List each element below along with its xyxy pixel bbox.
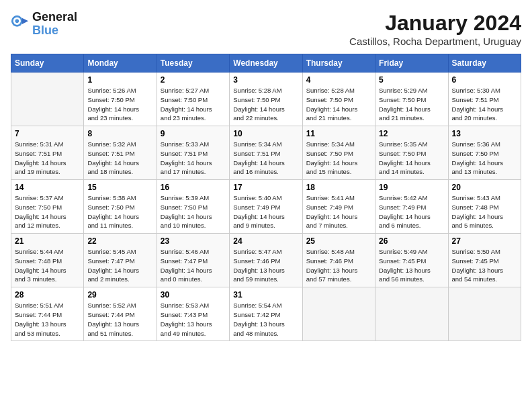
day-info: Sunrise: 5:53 AM Sunset: 7:43 PM Dayligh…	[161, 301, 226, 338]
day-cell: 28Sunrise: 5:51 AM Sunset: 7:44 PM Dayli…	[11, 287, 84, 341]
day-info: Sunrise: 5:49 AM Sunset: 7:45 PM Dayligh…	[379, 247, 444, 284]
page-header: General Blue January 2024 Castillos, Roc…	[11, 11, 521, 47]
logo: General Blue	[11, 11, 77, 38]
header-row: SundayMondayTuesdayWednesdayThursdayFrid…	[11, 54, 521, 73]
day-cell: 14Sunrise: 5:37 AM Sunset: 7:50 PM Dayli…	[11, 180, 84, 234]
day-info: Sunrise: 5:30 AM Sunset: 7:51 PM Dayligh…	[452, 86, 517, 123]
col-header-sunday: Sunday	[11, 54, 84, 73]
day-cell: 10Sunrise: 5:34 AM Sunset: 7:51 PM Dayli…	[230, 126, 302, 180]
day-cell: 15Sunrise: 5:38 AM Sunset: 7:50 PM Dayli…	[84, 180, 157, 234]
day-info: Sunrise: 5:48 AM Sunset: 7:46 PM Dayligh…	[306, 247, 371, 284]
day-cell: 7Sunrise: 5:31 AM Sunset: 7:51 PM Daylig…	[11, 126, 84, 180]
day-number: 30	[161, 290, 226, 300]
day-number: 25	[306, 236, 371, 246]
day-number: 31	[233, 290, 298, 300]
day-cell: 16Sunrise: 5:39 AM Sunset: 7:50 PM Dayli…	[157, 180, 229, 234]
day-number: 9	[161, 129, 226, 138]
day-number: 22	[87, 236, 152, 246]
col-header-monday: Monday	[84, 54, 157, 73]
day-cell	[11, 73, 84, 126]
day-info: Sunrise: 5:44 AM Sunset: 7:48 PM Dayligh…	[15, 247, 80, 284]
day-info: Sunrise: 5:46 AM Sunset: 7:47 PM Dayligh…	[161, 247, 226, 284]
day-cell: 8Sunrise: 5:32 AM Sunset: 7:51 PM Daylig…	[84, 126, 157, 180]
day-info: Sunrise: 5:27 AM Sunset: 7:50 PM Dayligh…	[161, 86, 226, 123]
day-info: Sunrise: 5:32 AM Sunset: 7:51 PM Dayligh…	[87, 140, 152, 177]
svg-marker-3	[22, 17, 28, 24]
day-info: Sunrise: 5:29 AM Sunset: 7:50 PM Dayligh…	[379, 86, 444, 123]
day-cell: 6Sunrise: 5:30 AM Sunset: 7:51 PM Daylig…	[448, 73, 521, 126]
day-number: 21	[15, 236, 80, 246]
day-info: Sunrise: 5:43 AM Sunset: 7:48 PM Dayligh…	[452, 193, 517, 230]
day-info: Sunrise: 5:37 AM Sunset: 7:50 PM Dayligh…	[15, 193, 80, 230]
day-number: 4	[306, 75, 371, 85]
logo-line1: General	[32, 11, 77, 24]
day-info: Sunrise: 5:33 AM Sunset: 7:51 PM Dayligh…	[161, 140, 226, 177]
day-cell: 26Sunrise: 5:49 AM Sunset: 7:45 PM Dayli…	[375, 234, 448, 287]
day-cell: 30Sunrise: 5:53 AM Sunset: 7:43 PM Dayli…	[157, 287, 229, 341]
day-info: Sunrise: 5:31 AM Sunset: 7:51 PM Dayligh…	[15, 140, 80, 177]
day-number: 11	[306, 129, 371, 138]
day-info: Sunrise: 5:28 AM Sunset: 7:50 PM Dayligh…	[233, 86, 298, 123]
day-info: Sunrise: 5:41 AM Sunset: 7:49 PM Dayligh…	[306, 193, 371, 230]
day-number: 2	[161, 75, 226, 85]
day-cell: 3Sunrise: 5:28 AM Sunset: 7:50 PM Daylig…	[230, 73, 302, 126]
week-row-2: 7Sunrise: 5:31 AM Sunset: 7:51 PM Daylig…	[11, 126, 521, 180]
logo-text: General Blue	[32, 11, 77, 38]
day-cell	[375, 287, 448, 341]
title-block: January 2024 Castillos, Rocha Department…	[349, 11, 521, 47]
day-cell: 5Sunrise: 5:29 AM Sunset: 7:50 PM Daylig…	[375, 73, 448, 126]
day-cell: 11Sunrise: 5:34 AM Sunset: 7:50 PM Dayli…	[302, 126, 375, 180]
day-number: 5	[379, 75, 444, 85]
day-number: 17	[233, 183, 298, 192]
day-number: 16	[161, 183, 226, 192]
day-cell: 12Sunrise: 5:35 AM Sunset: 7:50 PM Dayli…	[375, 126, 448, 180]
day-number: 7	[15, 129, 80, 138]
day-info: Sunrise: 5:52 AM Sunset: 7:44 PM Dayligh…	[87, 301, 152, 338]
day-cell: 23Sunrise: 5:46 AM Sunset: 7:47 PM Dayli…	[157, 234, 229, 287]
col-header-friday: Friday	[375, 54, 448, 73]
day-cell: 31Sunrise: 5:54 AM Sunset: 7:42 PM Dayli…	[230, 287, 302, 341]
day-number: 19	[379, 183, 444, 192]
day-number: 15	[87, 183, 152, 192]
day-number: 8	[87, 129, 152, 138]
day-cell: 9Sunrise: 5:33 AM Sunset: 7:51 PM Daylig…	[157, 126, 229, 180]
logo-line2: Blue	[32, 24, 77, 38]
day-number: 29	[87, 290, 152, 300]
day-number: 3	[233, 75, 298, 85]
day-info: Sunrise: 5:35 AM Sunset: 7:50 PM Dayligh…	[379, 140, 444, 177]
week-row-1: 1Sunrise: 5:26 AM Sunset: 7:50 PM Daylig…	[11, 73, 521, 126]
logo-icon	[11, 15, 30, 34]
day-info: Sunrise: 5:50 AM Sunset: 7:45 PM Dayligh…	[452, 247, 517, 284]
day-number: 24	[233, 236, 298, 246]
day-cell: 19Sunrise: 5:42 AM Sunset: 7:49 PM Dayli…	[375, 180, 448, 234]
col-header-tuesday: Tuesday	[157, 54, 229, 73]
day-info: Sunrise: 5:26 AM Sunset: 7:50 PM Dayligh…	[87, 86, 152, 123]
week-row-3: 14Sunrise: 5:37 AM Sunset: 7:50 PM Dayli…	[11, 180, 521, 234]
day-cell: 22Sunrise: 5:45 AM Sunset: 7:47 PM Dayli…	[84, 234, 157, 287]
day-info: Sunrise: 5:34 AM Sunset: 7:50 PM Dayligh…	[306, 140, 371, 177]
day-cell	[302, 287, 375, 341]
day-number: 1	[87, 75, 152, 85]
day-cell: 25Sunrise: 5:48 AM Sunset: 7:46 PM Dayli…	[302, 234, 375, 287]
day-cell	[448, 287, 521, 341]
day-cell: 13Sunrise: 5:36 AM Sunset: 7:50 PM Dayli…	[448, 126, 521, 180]
day-number: 18	[306, 183, 371, 192]
day-info: Sunrise: 5:47 AM Sunset: 7:46 PM Dayligh…	[233, 247, 298, 284]
day-info: Sunrise: 5:34 AM Sunset: 7:51 PM Dayligh…	[233, 140, 298, 177]
day-info: Sunrise: 5:36 AM Sunset: 7:50 PM Dayligh…	[452, 140, 517, 177]
day-number: 23	[161, 236, 226, 246]
col-header-wednesday: Wednesday	[230, 54, 302, 73]
month-title: January 2024	[349, 11, 521, 36]
svg-point-2	[15, 19, 19, 23]
day-cell: 24Sunrise: 5:47 AM Sunset: 7:46 PM Dayli…	[230, 234, 302, 287]
day-number: 28	[15, 290, 80, 300]
day-cell: 27Sunrise: 5:50 AM Sunset: 7:45 PM Dayli…	[448, 234, 521, 287]
day-number: 6	[452, 75, 517, 85]
day-cell: 18Sunrise: 5:41 AM Sunset: 7:49 PM Dayli…	[302, 180, 375, 234]
location-subtitle: Castillos, Rocha Department, Uruguay	[349, 36, 521, 47]
calendar-table: SundayMondayTuesdayWednesdayThursdayFrid…	[11, 54, 521, 341]
day-number: 20	[452, 183, 517, 192]
col-header-thursday: Thursday	[302, 54, 375, 73]
day-number: 12	[379, 129, 444, 138]
day-number: 14	[15, 183, 80, 192]
